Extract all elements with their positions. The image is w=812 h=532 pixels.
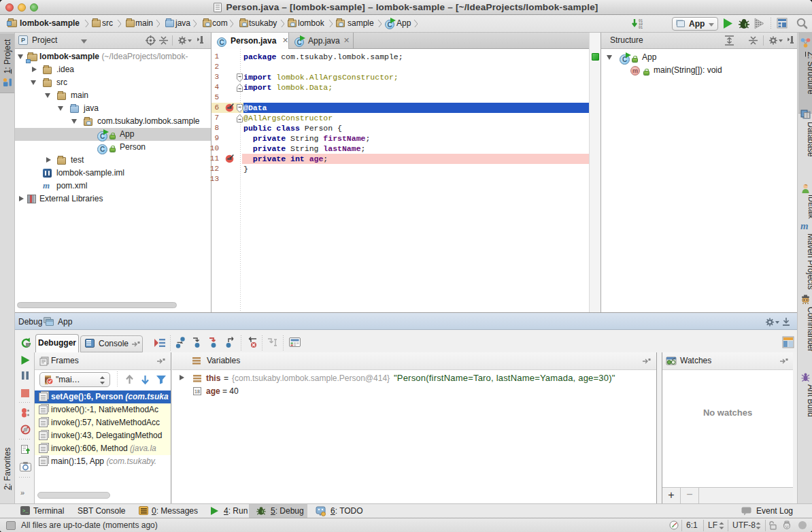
svg-text:01: 01 [639, 26, 643, 29]
